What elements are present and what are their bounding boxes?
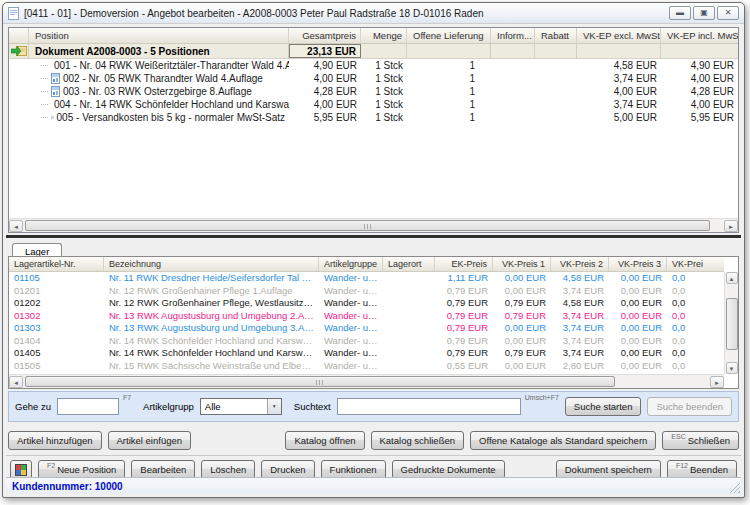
tree-branch bbox=[41, 78, 48, 79]
column-header-vk-preis-1[interactable]: VK-Preis 1 bbox=[493, 257, 551, 271]
lager-grid-header: Lagerartikel-Nr. Bezeichnung Artikelgrup… bbox=[9, 257, 724, 272]
table-row[interactable]: 003 - Nr. 03 RWK Osterzgebirge 8.Auflage… bbox=[9, 85, 738, 98]
vk-incl-cell: 4,28 EUR bbox=[661, 85, 738, 98]
column-header-ek-preis[interactable]: EK-Preis bbox=[435, 257, 493, 271]
column-header-offene-lieferung[interactable]: Offene Lieferung bbox=[407, 28, 491, 43]
column-header-menge[interactable]: Menge bbox=[361, 28, 407, 43]
suchtext-label: Suchtext bbox=[294, 401, 331, 412]
position-item-icon bbox=[51, 86, 60, 97]
tree-branch bbox=[41, 104, 48, 105]
minimize-icon: ▬ bbox=[676, 8, 684, 17]
lager-horizontal-scrollbar[interactable]: ◄ ► bbox=[9, 374, 724, 388]
positions-grid: Position Gesamtpreis Menge Offene Liefer… bbox=[8, 27, 739, 233]
close-button[interactable]: ✕ bbox=[717, 6, 739, 20]
f12-shortcut-hint: F12 bbox=[676, 462, 688, 469]
maximize-icon: ▣ bbox=[700, 8, 708, 17]
lager-grid: Lagerartikel-Nr. Bezeichnung Artikelgrup… bbox=[8, 256, 739, 389]
f2-shortcut-hint: F2 bbox=[47, 462, 55, 469]
table-row[interactable]: 004 - Nr. 14 RWK Schönfelder Hochland un… bbox=[9, 98, 738, 111]
titlebar: [0411 - 01] - Demoversion - Angebot bear… bbox=[3, 3, 744, 24]
column-header-vk-ep-incl[interactable]: VK-EP incl. MwSt. bbox=[661, 28, 738, 43]
table-row[interactable]: 01302Nr. 13 RWK Augustusburg und Umgebun… bbox=[9, 310, 724, 323]
grid-empty-area bbox=[9, 124, 738, 218]
minimize-button[interactable]: ▬ bbox=[669, 6, 691, 20]
suche-beenden-button[interactable]: Suche beenden bbox=[647, 397, 732, 416]
table-row[interactable]: 005 - Versandkosten bis 5 kg - normaler … bbox=[9, 111, 738, 124]
column-header-bezeichnung[interactable]: Bezeichnung bbox=[104, 257, 319, 271]
tree-branch bbox=[41, 91, 48, 92]
artikelgruppe-select[interactable]: Alle ▼ bbox=[200, 398, 282, 415]
column-header-artikelgruppe[interactable]: Artikelgruppe bbox=[319, 257, 383, 271]
lager-vertical-scrollbar[interactable]: ▲ ▼ bbox=[724, 272, 738, 374]
resize-grip[interactable] bbox=[729, 482, 740, 493]
positions-horizontal-scrollbar[interactable]: ◄ ► bbox=[9, 218, 738, 232]
column-header-vk-preis-3[interactable]: VK-Preis 3 bbox=[609, 257, 667, 271]
suchtext-input[interactable] bbox=[337, 398, 521, 415]
menge-cell: 1 Stck bbox=[361, 111, 407, 124]
panel-splitter[interactable] bbox=[6, 235, 741, 238]
scroll-up-button[interactable]: ▲ bbox=[726, 272, 738, 284]
offene-lieferung-cell: 1 bbox=[407, 98, 491, 111]
column-header-vk-preis-2[interactable]: VK-Preis 2 bbox=[551, 257, 609, 271]
document-row[interactable]: Dokument A2008-0003 - 5 Positionen 23,13… bbox=[9, 44, 738, 59]
column-header-gesamtpreis[interactable]: Gesamtpreis bbox=[289, 28, 361, 43]
gesamtpreis-cell: 4,28 EUR bbox=[289, 85, 361, 98]
gehe-zu-label: Gehe zu bbox=[15, 401, 51, 412]
katalog-schliessen-button[interactable]: Katalog schließen bbox=[371, 431, 465, 450]
offene-lieferung-cell: 1 bbox=[407, 85, 491, 98]
artikel-einfuegen-button[interactable]: Artikel einfügen bbox=[108, 431, 191, 450]
scroll-left-button[interactable]: ◄ bbox=[9, 220, 23, 232]
column-header-lagerartikel-nr[interactable]: Lagerartikel-Nr. bbox=[9, 257, 104, 271]
vk-excl-cell: 4,58 EUR bbox=[577, 59, 661, 72]
client-area: Position Gesamtpreis Menge Offene Liefer… bbox=[6, 25, 741, 494]
gesamtpreis-cell: 4,00 EUR bbox=[289, 72, 361, 85]
scrollbar-thumb[interactable] bbox=[25, 220, 710, 231]
table-row[interactable]: 01405Nr. 14 RWK Schönfelder Hochland und… bbox=[9, 347, 724, 360]
open-document-icon bbox=[11, 45, 27, 57]
table-row[interactable]: 01404Nr. 14 RWK Schönfelder Hochland und… bbox=[9, 335, 724, 348]
scroll-right-button[interactable]: ► bbox=[724, 220, 738, 232]
vk-incl-cell: 4,90 EUR bbox=[661, 59, 738, 72]
column-header-lagerort[interactable]: Lagerort bbox=[383, 257, 435, 271]
vk-incl-cell: 4,00 EUR bbox=[661, 72, 738, 85]
chevron-down-icon[interactable]: ▼ bbox=[267, 399, 281, 414]
menge-cell: 1 Stck bbox=[361, 72, 407, 85]
column-header-vk-preis-4[interactable]: VK-Prei bbox=[667, 257, 724, 271]
column-header-position[interactable]: Position bbox=[29, 28, 289, 43]
katalog-oeffnen-button[interactable]: Katalog öffnen bbox=[285, 431, 364, 450]
positions-grid-header: Position Gesamtpreis Menge Offene Liefer… bbox=[9, 28, 738, 44]
suche-starten-button[interactable]: Suche starten bbox=[565, 397, 642, 416]
table-row[interactable]: 01201Nr. 12 RWK Großenhainer Pflege 1.Au… bbox=[9, 285, 724, 298]
column-header-vk-ep-excl[interactable]: VK-EP excl. MwSt. bbox=[577, 28, 661, 43]
header-spacer bbox=[9, 28, 29, 43]
gesamtpreis-cell: 5,95 EUR bbox=[289, 111, 361, 124]
position-text: 002 - Nr. 05 RWK Tharandter Wald 4.Aufla… bbox=[63, 72, 263, 85]
table-row[interactable]: 01105Nr. 11 RWK Dresdner Heide/Seifersdo… bbox=[9, 272, 724, 285]
colored-grid-icon bbox=[15, 464, 27, 476]
scroll-right-button[interactable]: ► bbox=[710, 376, 724, 388]
scroll-down-button[interactable]: ▼ bbox=[726, 362, 738, 374]
gehe-zu-input[interactable] bbox=[57, 398, 119, 415]
table-row[interactable]: 01202Nr. 12 RWK Großenhainer Pflege, Wes… bbox=[9, 297, 724, 310]
column-header-rabatt[interactable]: Rabatt bbox=[535, 28, 577, 43]
scrollbar-thumb[interactable] bbox=[25, 376, 615, 387]
vk-excl-cell: 3,74 EUR bbox=[577, 72, 661, 85]
offene-kataloge-standard-button[interactable]: Offene Kataloge als Standard speichern bbox=[470, 431, 656, 450]
vk-incl-cell: 4,00 EUR bbox=[661, 98, 738, 111]
column-header-inform[interactable]: Inform... bbox=[491, 28, 535, 43]
table-row[interactable]: 001 - Nr. 04 RWK Weißeritztäler-Tharandt… bbox=[9, 59, 738, 72]
table-row[interactable]: 002 - Nr. 05 RWK Tharandter Wald 4.Aufla… bbox=[9, 72, 738, 85]
schliessen-button[interactable]: ESC Schließen bbox=[662, 431, 739, 450]
document-row-label: Dokument A2008-0003 - 5 Positionen bbox=[29, 44, 289, 58]
vk-incl-cell: 5,95 EUR bbox=[661, 111, 738, 124]
table-row[interactable]: 01505Nr. 15 RWK Sächsische Weinstraße un… bbox=[9, 360, 724, 373]
maximize-button[interactable]: ▣ bbox=[693, 6, 715, 20]
esc-shortcut-hint: ESC bbox=[671, 433, 685, 440]
scrollbar-thumb[interactable] bbox=[726, 298, 738, 350]
table-row[interactable]: 01303Nr. 13 RWK Augustusburg und Umgebun… bbox=[9, 322, 724, 335]
scroll-left-button[interactable]: ◄ bbox=[9, 376, 23, 388]
scroll-right-icon: ► bbox=[728, 224, 734, 230]
scroll-up-icon: ▲ bbox=[729, 276, 735, 282]
vk-excl-cell: 3,74 EUR bbox=[577, 98, 661, 111]
artikel-hinzufuegen-button[interactable]: Artikel hinzufügen bbox=[8, 431, 102, 450]
